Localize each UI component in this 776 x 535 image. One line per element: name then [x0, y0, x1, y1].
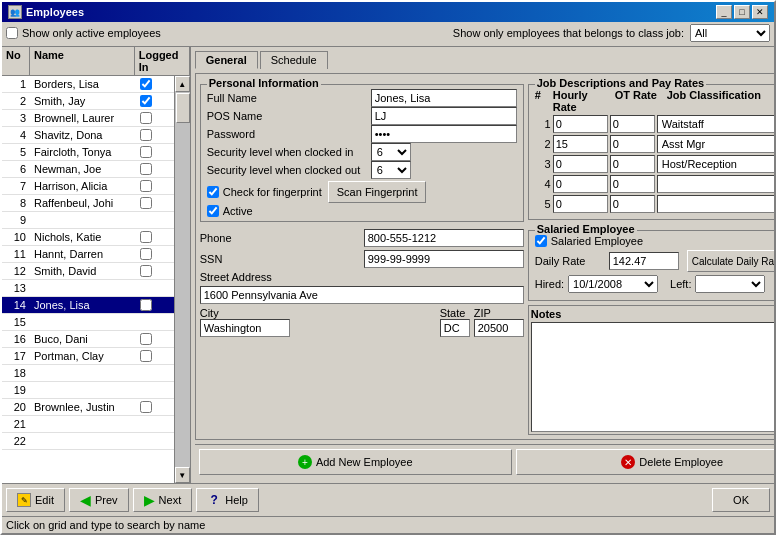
close-button[interactable]: ✕: [752, 5, 768, 19]
table-row[interactable]: 18: [2, 365, 174, 382]
table-row[interactable]: 7Harrison, Alicia: [2, 178, 174, 195]
table-row[interactable]: 10Nichols, Katie: [2, 229, 174, 246]
hourly-rate-input[interactable]: [553, 155, 608, 173]
table-row[interactable]: 8Raffenbeul, Johi: [2, 195, 174, 212]
security-out-select[interactable]: 6: [371, 161, 411, 179]
password-input[interactable]: [371, 125, 517, 143]
table-row[interactable]: 6Newman, Joe: [2, 161, 174, 178]
zip-input[interactable]: [474, 319, 524, 337]
fingerprint-checkbox[interactable]: [207, 186, 219, 198]
ot-rate-input[interactable]: [610, 195, 655, 213]
classification-select[interactable]: Host/Reception: [657, 155, 774, 173]
logged-checkbox[interactable]: [140, 163, 152, 175]
classification-select[interactable]: [657, 195, 774, 213]
phone-input[interactable]: [364, 229, 524, 247]
logged-checkbox[interactable]: [140, 265, 152, 277]
hourly-rate-input[interactable]: [553, 195, 608, 213]
pos-name-input[interactable]: [371, 107, 517, 125]
street-label-row: Street Address: [200, 271, 524, 283]
ot-rate-input[interactable]: [610, 115, 655, 133]
ot-rate-input[interactable]: [610, 155, 655, 173]
logged-checkbox[interactable]: [140, 350, 152, 362]
ok-button[interactable]: OK: [712, 488, 770, 512]
job-row-class: Host/Reception: [657, 155, 774, 173]
calculate-daily-rate-button[interactable]: Calculate Daily Rate: [687, 250, 774, 272]
delete-employee-button[interactable]: ✕ Delete Employee: [516, 449, 774, 475]
logged-checkbox[interactable]: [140, 146, 152, 158]
logged-checkbox[interactable]: [140, 180, 152, 192]
hourly-rate-input[interactable]: [553, 135, 608, 153]
table-row[interactable]: 5Faircloth, Tonya: [2, 144, 174, 161]
show-active-checkbox[interactable]: [6, 27, 18, 39]
edit-button[interactable]: ✎ Edit: [6, 488, 65, 512]
scroll-down-button[interactable]: ▼: [175, 467, 190, 483]
hired-date-select[interactable]: 10/1/2008: [568, 275, 658, 293]
logged-checkbox[interactable]: [140, 231, 152, 243]
table-row[interactable]: 11Hannt, Darren: [2, 246, 174, 263]
table-row[interactable]: 12Smith, David: [2, 263, 174, 280]
classification-select[interactable]: [657, 175, 774, 193]
logged-checkbox[interactable]: [140, 129, 152, 141]
tab-general[interactable]: General: [195, 51, 258, 69]
logged-checkbox[interactable]: [140, 248, 152, 260]
ot-rate-input[interactable]: [610, 175, 655, 193]
row-name: Buco, Dani: [30, 332, 119, 346]
table-row[interactable]: 1Borders, Lisa: [2, 76, 174, 93]
ot-rate-input[interactable]: [610, 135, 655, 153]
hourly-rate-input[interactable]: [553, 175, 608, 193]
table-row[interactable]: 3Brownell, Laurer: [2, 110, 174, 127]
class-job-select[interactable]: All: [690, 24, 770, 42]
logged-checkbox[interactable]: [140, 401, 152, 413]
scan-fingerprint-button[interactable]: Scan Fingerprint: [328, 181, 427, 203]
tab-schedule[interactable]: Schedule: [260, 51, 328, 69]
table-row[interactable]: 22: [2, 433, 174, 450]
help-button[interactable]: ? Help: [196, 488, 259, 512]
table-row[interactable]: 13: [2, 280, 174, 297]
table-row[interactable]: 20Brownlee, Justin: [2, 399, 174, 416]
table-row[interactable]: 19: [2, 382, 174, 399]
minimize-button[interactable]: _: [716, 5, 732, 19]
ssn-input[interactable]: [364, 250, 524, 268]
logged-checkbox[interactable]: [140, 333, 152, 345]
scroll-up-button[interactable]: ▲: [175, 76, 190, 92]
table-row[interactable]: 2Smith, Jay: [2, 93, 174, 110]
prev-button[interactable]: ◀ Prev: [69, 488, 129, 512]
job-row-ot: [610, 115, 655, 133]
city-input[interactable]: [200, 319, 290, 337]
add-employee-button[interactable]: + Add New Employee: [199, 449, 512, 475]
table-row[interactable]: 17Portman, Clay: [2, 348, 174, 365]
table-row[interactable]: 9: [2, 212, 174, 229]
table-row[interactable]: 16Buco, Dani: [2, 331, 174, 348]
logged-checkbox[interactable]: [140, 78, 152, 90]
classification-select[interactable]: Asst Mgr: [657, 135, 774, 153]
logged-checkbox[interactable]: [140, 112, 152, 124]
classification-select[interactable]: Waitstaff: [657, 115, 774, 133]
security-in-select[interactable]: 6: [371, 143, 411, 161]
active-checkbox[interactable]: [207, 205, 219, 217]
hourly-rate-input[interactable]: [553, 115, 608, 133]
logged-checkbox[interactable]: [140, 95, 152, 107]
salaried-label[interactable]: Salaried Employee: [535, 235, 643, 247]
left-date-select[interactable]: [695, 275, 765, 293]
table-row[interactable]: 15: [2, 314, 174, 331]
active-label[interactable]: Active: [207, 205, 253, 217]
logged-checkbox[interactable]: [140, 299, 152, 311]
show-active-label[interactable]: Show only active employees: [6, 27, 161, 39]
salaried-checkbox[interactable]: [535, 235, 547, 247]
help-label: Help: [225, 494, 248, 506]
help-icon: ?: [207, 493, 221, 507]
logged-checkbox[interactable]: [140, 197, 152, 209]
table-row[interactable]: 21: [2, 416, 174, 433]
table-row[interactable]: 14Jones, Lisa: [2, 297, 174, 314]
scroll-thumb[interactable]: [176, 93, 190, 123]
active-row: Active: [207, 205, 517, 217]
notes-textarea[interactable]: [531, 322, 774, 432]
next-button[interactable]: ▶ Next: [133, 488, 193, 512]
fingerprint-label[interactable]: Check for fingerprint: [207, 186, 322, 198]
daily-rate-input[interactable]: [609, 252, 679, 270]
full-name-input[interactable]: [371, 89, 517, 107]
maximize-button[interactable]: □: [734, 5, 750, 19]
table-row[interactable]: 4Shavitz, Dona: [2, 127, 174, 144]
street-input[interactable]: [200, 286, 524, 304]
state-input[interactable]: [440, 319, 470, 337]
